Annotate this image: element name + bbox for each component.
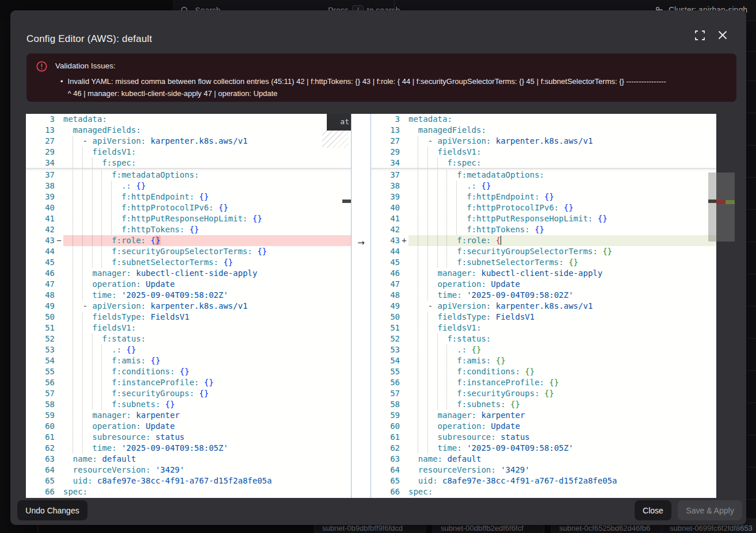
code-line[interactable]: 59 manager: karpenter bbox=[371, 410, 716, 421]
undo-changes-button[interactable]: Undo Changes bbox=[17, 500, 87, 520]
code-line[interactable]: 62 time: '2025-09-04T09:58:05Z' bbox=[26, 443, 351, 454]
code-line[interactable]: 41 f:httpPutResponseHopLimit: {} bbox=[26, 213, 351, 224]
code-line[interactable]: 37 f:metadataOptions: bbox=[26, 170, 351, 181]
line-number: 60 bbox=[371, 421, 400, 432]
line-number: 57 bbox=[26, 388, 55, 399]
code-line[interactable]: 60 operation: Update bbox=[371, 421, 716, 432]
code-line[interactable]: 64 resourceVersion: '3429' bbox=[371, 465, 716, 476]
overview-viewport-slider[interactable] bbox=[716, 172, 735, 241]
validation-line-1: Invalid YAML: missed comma between flow … bbox=[68, 75, 666, 87]
code-line[interactable]: 63 name: default bbox=[26, 454, 351, 465]
code-line[interactable]: 57 f:securityGroups: {} bbox=[371, 388, 716, 399]
fullscreen-button[interactable] bbox=[690, 25, 709, 45]
code-line[interactable]: 3metadata: bbox=[371, 114, 716, 125]
code-line[interactable]: 56 f:instanceProfile: {} bbox=[26, 377, 351, 388]
code-line[interactable]: 64 resourceVersion: '3429' bbox=[26, 465, 351, 476]
code-line[interactable]: 47 operation: Update bbox=[26, 279, 351, 290]
code-line[interactable]: 13 managedFields: bbox=[26, 125, 351, 136]
diff-sign bbox=[400, 170, 408, 181]
code-line[interactable]: 58 f:subnets: {} bbox=[371, 399, 716, 410]
line-number: 62 bbox=[371, 443, 400, 454]
code-line[interactable]: 43− f:role: {} bbox=[26, 235, 351, 246]
line-number: 40 bbox=[26, 202, 55, 213]
code-line[interactable]: 61 subresource: status bbox=[26, 432, 351, 443]
code-line[interactable]: 27 - apiVersion: karpenter.k8s.aws/v1 bbox=[26, 136, 351, 147]
code-line[interactable]: 45 f:subnetSelectorTerms: {} bbox=[26, 257, 351, 268]
code-line[interactable]: 42 f:httpTokens: {} bbox=[26, 224, 351, 235]
modified-editor-lines[interactable]: 37 f:metadataOptions:38 .: {}39 f:httpEn… bbox=[371, 170, 716, 497]
original-editor-lines[interactable]: 37 f:metadataOptions:38 .: {}39 f:httpEn… bbox=[26, 170, 351, 497]
close-footer-button[interactable]: Close bbox=[635, 500, 671, 520]
code-line[interactable]: 39 f:httpEndpoint: {} bbox=[26, 191, 351, 202]
diff-sign bbox=[400, 191, 408, 202]
diff-sign bbox=[400, 136, 408, 147]
code-line[interactable]: 34 f:spec: bbox=[371, 158, 716, 168]
code-line[interactable]: 29 fieldsV1: bbox=[26, 147, 351, 158]
code-line[interactable]: 43+ f:role: { bbox=[371, 235, 716, 246]
code-line[interactable]: 62 time: '2025-09-04T09:58:05Z' bbox=[371, 443, 716, 454]
code-line[interactable]: 54 f:amis: {} bbox=[371, 355, 716, 366]
code-line[interactable]: 49 - apiVersion: karpenter.k8s.aws/v1 bbox=[26, 301, 351, 312]
code-line[interactable]: 29 fieldsV1: bbox=[371, 147, 716, 158]
code-line[interactable]: 56 f:instanceProfile: {} bbox=[371, 377, 716, 388]
line-number: 64 bbox=[26, 465, 55, 476]
code-line[interactable]: 58 f:subnets: {} bbox=[26, 399, 351, 410]
code-line[interactable]: 65 uid: c8afe97e-38cc-4f91-a767-d15f2a8f… bbox=[26, 476, 351, 486]
code-line[interactable]: 55 f:conditions: {} bbox=[371, 366, 716, 377]
code-line[interactable]: 41 f:httpPutResponseHopLimit: {} bbox=[371, 213, 716, 224]
code-line[interactable]: 40 f:httpProtocolIPv6: {} bbox=[371, 202, 716, 213]
code-line[interactable]: 46 manager: kubectl-client-side-apply bbox=[371, 268, 716, 279]
code-line[interactable]: 50 fieldsType: FieldsV1 bbox=[371, 312, 716, 323]
code-line[interactable]: 3metadata: bbox=[26, 114, 351, 125]
diff-sign bbox=[400, 224, 408, 235]
scrollbar-thumb[interactable] bbox=[708, 172, 716, 241]
line-number: 63 bbox=[371, 454, 400, 465]
code-line[interactable]: 48 time: '2025-09-04T09:58:02Z' bbox=[371, 290, 716, 301]
code-line[interactable]: 47 operation: Update bbox=[371, 279, 716, 290]
code-line[interactable]: 51 fieldsV1: bbox=[26, 323, 351, 333]
code-line[interactable]: 50 fieldsType: FieldsV1 bbox=[26, 312, 351, 323]
code-line[interactable]: 55 f:conditions: {} bbox=[26, 366, 351, 377]
code-line[interactable]: 40 f:httpProtocolIPv6: {} bbox=[26, 202, 351, 213]
code-line[interactable]: 39 f:httpEndpoint: {} bbox=[371, 191, 716, 202]
code-line[interactable]: 61 subresource: status bbox=[371, 432, 716, 443]
code-line[interactable]: 38 .: {} bbox=[26, 181, 351, 191]
code-line[interactable]: 59 manager: karpenter bbox=[26, 410, 351, 421]
code-line[interactable]: 53 .: {} bbox=[26, 344, 351, 355]
code-line[interactable]: 66spec: bbox=[26, 486, 351, 497]
code-line[interactable]: 49 - apiVersion: karpenter.k8s.aws/v1 bbox=[371, 301, 716, 312]
diff-sign bbox=[55, 366, 63, 377]
code-line[interactable]: 13 managedFields: bbox=[371, 125, 716, 136]
line-number: 45 bbox=[371, 257, 400, 268]
vertical-scrollbar[interactable] bbox=[708, 114, 716, 498]
code-line[interactable]: 63 name: default bbox=[371, 454, 716, 465]
code-line[interactable]: 38 .: {} bbox=[371, 181, 716, 191]
code-line[interactable]: 65 uid: c8afe97e-38cc-4f91-a767-d15f2a8f… bbox=[371, 476, 716, 486]
save-apply-button[interactable]: Save & Apply bbox=[678, 500, 742, 520]
code-line[interactable]: 37 f:metadataOptions: bbox=[371, 170, 716, 181]
code-line[interactable]: 53 .: {} bbox=[371, 344, 716, 355]
code-line[interactable]: 52 f:status: bbox=[371, 333, 716, 344]
code-line[interactable]: 46 manager: kubectl-client-side-apply bbox=[26, 268, 351, 279]
code-line[interactable]: 44 f:securityGroupSelectorTerms: {} bbox=[26, 246, 351, 257]
code-line[interactable]: 66spec: bbox=[371, 486, 716, 497]
diff-overview-ruler[interactable] bbox=[716, 114, 735, 498]
code-line[interactable]: 54 f:amis: {} bbox=[26, 355, 351, 366]
revert-arrow-icon[interactable]: → bbox=[352, 237, 371, 248]
original-editor[interactable]: 3metadata:13 managedFields:27 - apiVersi… bbox=[26, 114, 351, 498]
modified-editor[interactable]: 3metadata:13 managedFields:27 - apiVersi… bbox=[371, 114, 716, 498]
code-line[interactable]: 27 - apiVersion: karpenter.k8s.aws/v1 bbox=[371, 136, 716, 147]
code-line[interactable]: 42 f:httpTokens: {} bbox=[371, 224, 716, 235]
code-line[interactable]: 52 f:status: bbox=[26, 333, 351, 344]
code-line[interactable]: 45 f:subnetSelectorTerms: {} bbox=[371, 257, 716, 268]
code-line[interactable]: 57 f:securityGroups: {} bbox=[26, 388, 351, 399]
line-number: 53 bbox=[26, 344, 55, 355]
code-line[interactable]: 51 fieldsV1: bbox=[371, 323, 716, 333]
code-line[interactable]: 48 time: '2025-09-04T09:58:02Z' bbox=[26, 290, 351, 301]
code-line[interactable]: 60 operation: Update bbox=[26, 421, 351, 432]
close-button[interactable] bbox=[713, 25, 732, 45]
diff-sign bbox=[55, 312, 63, 323]
code-line[interactable]: 34 f:spec: bbox=[26, 158, 351, 168]
code-line[interactable]: 44 f:securityGroupSelectorTerms: {} bbox=[371, 246, 716, 257]
error-icon bbox=[36, 61, 47, 72]
